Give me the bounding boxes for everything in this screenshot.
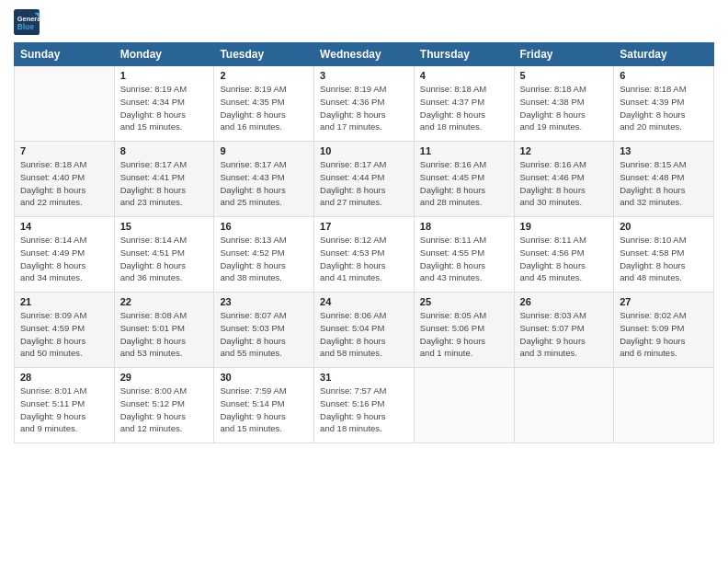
calendar-cell: 25Sunrise: 8:05 AM Sunset: 5:06 PM Dayli… [414, 293, 514, 368]
day-info: Sunrise: 8:06 AM Sunset: 5:04 PM Dayligh… [320, 309, 408, 360]
day-number: 13 [620, 145, 708, 156]
calendar-cell: 23Sunrise: 8:07 AM Sunset: 5:03 PM Dayli… [214, 293, 314, 368]
day-number: 20 [620, 221, 708, 232]
weekday-header-row: SundayMondayTuesdayWednesdayThursdayFrid… [15, 43, 714, 66]
day-info: Sunrise: 8:14 AM Sunset: 4:51 PM Dayligh… [120, 234, 209, 284]
day-number: 19 [520, 221, 609, 232]
calendar-cell: 31Sunrise: 7:57 AM Sunset: 5:16 PM Dayli… [314, 368, 415, 443]
day-info: Sunrise: 8:13 AM Sunset: 4:52 PM Dayligh… [220, 234, 308, 284]
calendar-cell: 24Sunrise: 8:06 AM Sunset: 5:04 PM Dayli… [314, 293, 415, 368]
calendar-table: SundayMondayTuesdayWednesdayThursdayFrid… [14, 42, 714, 443]
weekday-header-friday: Friday [514, 43, 614, 66]
calendar-cell [614, 368, 714, 443]
day-info: Sunrise: 8:03 AM Sunset: 5:07 PM Dayligh… [520, 309, 609, 360]
logo: General Blue [14, 9, 43, 35]
logo-icon: General Blue [14, 9, 40, 35]
day-info: Sunrise: 8:11 AM Sunset: 4:55 PM Dayligh… [420, 234, 508, 284]
day-info: Sunrise: 8:11 AM Sunset: 4:56 PM Dayligh… [520, 234, 609, 284]
day-info: Sunrise: 8:14 AM Sunset: 4:49 PM Dayligh… [20, 234, 108, 284]
day-number: 29 [120, 372, 209, 383]
day-info: Sunrise: 8:15 AM Sunset: 4:48 PM Dayligh… [620, 158, 708, 209]
calendar-cell: 2Sunrise: 8:19 AM Sunset: 4:35 PM Daylig… [214, 66, 314, 142]
day-info: Sunrise: 8:00 AM Sunset: 5:12 PM Dayligh… [120, 385, 209, 435]
day-number: 31 [320, 372, 408, 383]
day-info: Sunrise: 8:19 AM Sunset: 4:36 PM Dayligh… [320, 83, 408, 133]
calendar-week-row: 1Sunrise: 8:19 AM Sunset: 4:34 PM Daylig… [15, 66, 714, 142]
calendar-cell: 21Sunrise: 8:09 AM Sunset: 4:59 PM Dayli… [15, 293, 115, 368]
calendar-cell: 13Sunrise: 8:15 AM Sunset: 4:48 PM Dayli… [614, 142, 714, 217]
weekday-header-saturday: Saturday [614, 43, 714, 66]
day-info: Sunrise: 8:18 AM Sunset: 4:37 PM Dayligh… [420, 83, 508, 133]
day-info: Sunrise: 8:01 AM Sunset: 5:11 PM Dayligh… [20, 385, 108, 435]
day-number: 1 [120, 70, 209, 81]
day-info: Sunrise: 8:18 AM Sunset: 4:39 PM Dayligh… [620, 83, 708, 133]
day-info: Sunrise: 7:57 AM Sunset: 5:16 PM Dayligh… [320, 385, 408, 435]
calendar-week-row: 28Sunrise: 8:01 AM Sunset: 5:11 PM Dayli… [15, 368, 714, 443]
day-number: 22 [120, 296, 209, 307]
calendar-cell: 8Sunrise: 8:17 AM Sunset: 4:41 PM Daylig… [114, 142, 214, 217]
day-info: Sunrise: 8:18 AM Sunset: 4:40 PM Dayligh… [20, 158, 108, 209]
day-info: Sunrise: 8:08 AM Sunset: 5:01 PM Dayligh… [120, 309, 209, 360]
day-number: 4 [420, 70, 508, 81]
day-info: Sunrise: 8:12 AM Sunset: 4:53 PM Dayligh… [320, 234, 408, 284]
day-info: Sunrise: 7:59 AM Sunset: 5:14 PM Dayligh… [220, 385, 308, 435]
day-info: Sunrise: 8:17 AM Sunset: 4:44 PM Dayligh… [320, 158, 408, 209]
calendar-cell [414, 368, 514, 443]
weekday-header-monday: Monday [114, 43, 214, 66]
calendar-cell: 15Sunrise: 8:14 AM Sunset: 4:51 PM Dayli… [114, 217, 214, 293]
calendar-cell: 11Sunrise: 8:16 AM Sunset: 4:45 PM Dayli… [414, 142, 514, 217]
day-number: 25 [420, 296, 508, 307]
weekday-header-sunday: Sunday [15, 43, 115, 66]
calendar-cell: 1Sunrise: 8:19 AM Sunset: 4:34 PM Daylig… [114, 66, 214, 142]
svg-text:Blue: Blue [17, 22, 34, 31]
calendar-cell: 7Sunrise: 8:18 AM Sunset: 4:40 PM Daylig… [15, 142, 115, 217]
calendar-cell: 17Sunrise: 8:12 AM Sunset: 4:53 PM Dayli… [314, 217, 415, 293]
weekday-header-wednesday: Wednesday [314, 43, 415, 66]
header: General Blue [14, 9, 714, 35]
day-info: Sunrise: 8:07 AM Sunset: 5:03 PM Dayligh… [220, 309, 308, 360]
calendar-cell: 27Sunrise: 8:02 AM Sunset: 5:09 PM Dayli… [614, 293, 714, 368]
weekday-header-tuesday: Tuesday [214, 43, 314, 66]
day-number: 2 [220, 70, 308, 81]
day-number: 18 [420, 221, 508, 232]
calendar-cell: 4Sunrise: 8:18 AM Sunset: 4:37 PM Daylig… [414, 66, 514, 142]
day-number: 5 [520, 70, 609, 81]
calendar-week-row: 7Sunrise: 8:18 AM Sunset: 4:40 PM Daylig… [15, 142, 714, 217]
day-number: 16 [220, 221, 308, 232]
day-info: Sunrise: 8:17 AM Sunset: 4:41 PM Dayligh… [120, 158, 209, 209]
day-number: 8 [120, 145, 209, 156]
day-number: 26 [520, 296, 609, 307]
day-number: 30 [220, 372, 308, 383]
day-info: Sunrise: 8:09 AM Sunset: 4:59 PM Dayligh… [20, 309, 108, 360]
calendar-cell: 18Sunrise: 8:11 AM Sunset: 4:55 PM Dayli… [414, 217, 514, 293]
day-number: 28 [20, 372, 108, 383]
day-info: Sunrise: 8:19 AM Sunset: 4:35 PM Dayligh… [220, 83, 308, 133]
calendar-cell: 5Sunrise: 8:18 AM Sunset: 4:38 PM Daylig… [514, 66, 614, 142]
day-number: 9 [220, 145, 308, 156]
day-info: Sunrise: 8:16 AM Sunset: 4:46 PM Dayligh… [520, 158, 609, 209]
day-info: Sunrise: 8:17 AM Sunset: 4:43 PM Dayligh… [220, 158, 308, 209]
day-info: Sunrise: 8:18 AM Sunset: 4:38 PM Dayligh… [520, 83, 609, 133]
day-info: Sunrise: 8:19 AM Sunset: 4:34 PM Dayligh… [120, 83, 209, 133]
calendar-week-row: 14Sunrise: 8:14 AM Sunset: 4:49 PM Dayli… [15, 217, 714, 293]
calendar-cell: 3Sunrise: 8:19 AM Sunset: 4:36 PM Daylig… [314, 66, 415, 142]
calendar-cell: 22Sunrise: 8:08 AM Sunset: 5:01 PM Dayli… [114, 293, 214, 368]
day-number: 24 [320, 296, 408, 307]
day-number: 21 [20, 296, 108, 307]
calendar-cell: 28Sunrise: 8:01 AM Sunset: 5:11 PM Dayli… [15, 368, 115, 443]
calendar-cell: 10Sunrise: 8:17 AM Sunset: 4:44 PM Dayli… [314, 142, 415, 217]
day-number: 7 [20, 145, 108, 156]
day-number: 6 [620, 70, 708, 81]
calendar-cell: 26Sunrise: 8:03 AM Sunset: 5:07 PM Dayli… [514, 293, 614, 368]
calendar-cell: 29Sunrise: 8:00 AM Sunset: 5:12 PM Dayli… [114, 368, 214, 443]
calendar-cell: 9Sunrise: 8:17 AM Sunset: 4:43 PM Daylig… [214, 142, 314, 217]
page: General Blue SundayMondayTuesdayWednesda… [0, 0, 728, 453]
day-number: 23 [220, 296, 308, 307]
day-info: Sunrise: 8:16 AM Sunset: 4:45 PM Dayligh… [420, 158, 508, 209]
day-info: Sunrise: 8:05 AM Sunset: 5:06 PM Dayligh… [420, 309, 508, 360]
weekday-header-thursday: Thursday [414, 43, 514, 66]
day-number: 27 [620, 296, 708, 307]
day-number: 15 [120, 221, 209, 232]
day-number: 10 [320, 145, 408, 156]
day-info: Sunrise: 8:02 AM Sunset: 5:09 PM Dayligh… [620, 309, 708, 360]
